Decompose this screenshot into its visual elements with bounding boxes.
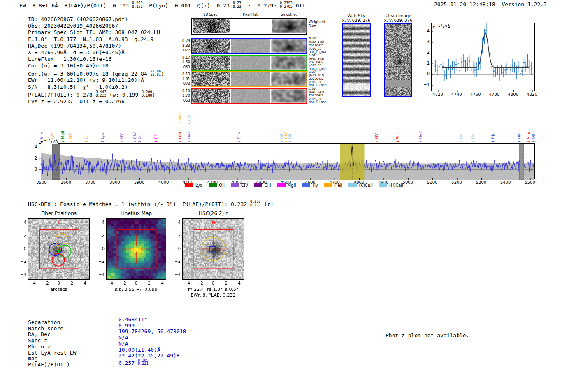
line-label: { SiII (395, 105, 400, 143)
row-2dspec-image (192, 56, 230, 70)
line-label: { SiIV (236, 105, 242, 143)
cutout-ytick: 0 (96, 246, 105, 251)
cutout-image-frame: NE (106, 218, 166, 280)
cutout-ytick: 0 (172, 246, 181, 251)
line-label-text: { SiII (137, 133, 142, 143)
line-label-text: { NV (374, 133, 379, 143)
row-left-label-line: 073 (180, 81, 190, 86)
text-segment: OII (293, 2, 305, 9)
legend-item: MgII (277, 183, 296, 188)
row-pixelflat-image (231, 39, 270, 53)
weighted-label-line: Sum (309, 24, 325, 28)
row-right-label-line: (639, 376) (309, 40, 326, 44)
stacked-lower: 0.221 (138, 362, 149, 366)
text-segment: F=1.8" T=0.177 N=1.03 A=0.93 g=24.9 (28, 36, 153, 42)
ytick-label: 4 (422, 29, 430, 33)
full-spectrum-svg (39, 144, 535, 180)
row-right-labels: 1.03"(641, 543)20230422v019_03308_LU_060 (309, 54, 326, 71)
superscript: −17 (43, 139, 50, 142)
withsky-image-frame (342, 23, 371, 97)
info-line: λ = 4769.96Å σ = 3.06(±0.45)Å (28, 49, 164, 56)
legend-label: (K)CaII (359, 183, 372, 188)
cutout-xtick: −4 (26, 281, 39, 285)
north-marker: N (135, 220, 138, 225)
row-right-labels: 1.39"(641, 542)20230422v019_01308_LU_060 (309, 87, 326, 104)
line-label-text: { SiIV (526, 132, 531, 143)
info-line: Obs: 20230422v019_4026620867 (28, 23, 164, 29)
line-label-text: { CII (153, 134, 158, 143)
weighted-smoothed-image (272, 19, 307, 33)
stacked-fraction: 0.4470.212 (95, 90, 106, 97)
text-segment: (w: 0.199 (106, 91, 142, 97)
legend-swatch (185, 183, 193, 187)
cutout-title: Lineflux Map (106, 211, 166, 216)
row-right-label-line: (641, 543) (309, 57, 326, 60)
line-label-text: { OII (187, 115, 191, 124)
catalog-match-table: Separation0.468411"Match score0.999RA, D… (28, 317, 234, 370)
line-label-text: { OVI (178, 132, 182, 143)
info-line: EWr = 11.00(±2.10) (w: 9.10(±1.20))Å (28, 77, 164, 84)
cutout-title: Fiber Positions (28, 211, 90, 216)
cutout-xtick: 0 (130, 281, 142, 285)
version-label: Version 1.22.3 (502, 1, 547, 7)
line-label: { MgII (60, 105, 65, 143)
cutout-caption: EWr: 8, PLAE: 0.232 (174, 292, 252, 298)
row-right-labels: 0.49"(639, 376)20230422v019_02308_LU_041 (309, 37, 326, 54)
legend-label: MgII (288, 183, 296, 188)
stacked-fraction: 0.2530.217 (250, 200, 261, 207)
weighted-sum-row (191, 18, 307, 35)
emission-line-legend: LyαOIICIVCIIIMgIIHγHeII(K)CaII(H)CaII (185, 183, 403, 188)
cutout-ytick: −4 (172, 272, 181, 277)
row-left-label-line: 1.59 (180, 60, 190, 65)
info-line: LineFlux = 1.30(±0.16)e-16 (28, 56, 164, 63)
superscript: −17 (435, 24, 442, 28)
line-label: { Lyα (49, 105, 55, 143)
ytick-label: 2 (31, 156, 37, 160)
legend-label: (H)CaII (389, 183, 403, 188)
cutout-xtick: 2 (220, 281, 232, 285)
row-2dspec-image (192, 39, 230, 53)
table-row-value: 0.257 0.3050.221 (118, 359, 149, 366)
cutout-xtick: 2 (66, 281, 78, 285)
line-label: { SiIV (38, 105, 44, 143)
row-right-label-line: 1.22" (309, 70, 326, 74)
line-label: { OVI (177, 105, 183, 143)
xtick-label: 4780 (487, 92, 502, 97)
info-line: LyA z = 2.9237 OII z = 0.2796 (28, 98, 164, 105)
spacer (495, 1, 502, 7)
cutout-ytick: 2 (172, 233, 181, 238)
line-label-text: { Hγ (459, 134, 463, 143)
cutout-ytick: 0 (18, 246, 26, 251)
line-label-text: { HeII (187, 131, 191, 143)
ytick-label: 0 (422, 72, 430, 76)
stacked-lower: 0.212 (95, 94, 106, 97)
line-label: { SiII (83, 105, 89, 143)
row-left-label-line: 0.17 (180, 56, 190, 60)
text-segment: ) (152, 91, 156, 97)
stacked-lower: 22.81 (150, 73, 161, 77)
info-line: P(LAE)/P(OII): 0.278 0.4470.212 (w: 0.19… (28, 90, 164, 98)
cutout-overlay: NE (107, 219, 166, 280)
line-label-text: { MgII (60, 131, 65, 143)
line-label-text: { SiII (395, 133, 400, 143)
info-line: RA,Dec (199.784134,50.478107) (28, 43, 164, 49)
clean-spectrum-image (385, 24, 411, 96)
line-label: { NV (374, 105, 379, 143)
stacked-lower: 0.2795 (280, 5, 293, 9)
xtick-label: 5500 (523, 180, 537, 185)
elixer-report-page: { "palette":{ "value_blue":"#0000cd", "s… (0, 0, 576, 392)
spec2d-row (191, 55, 307, 71)
line-label: { CIV (132, 105, 137, 143)
line-label: { Lyα (99, 105, 105, 143)
xtick-label: 3600 (58, 180, 73, 185)
text-segment: EWr = 11.00(±2.10) (w: 9.10(±1.20))Å (28, 77, 144, 83)
xtick-label: 4000 (156, 180, 171, 185)
row-left-label-line: 072 (180, 48, 190, 53)
line-label-text: { Lyα (100, 132, 105, 143)
legend-label: HeII (334, 183, 343, 188)
info-line: ID: 4026620867 (4026620867.pdf) (28, 16, 164, 23)
north-marker: N (58, 220, 60, 225)
legend-swatch (254, 183, 262, 187)
line-label: { Hβ (490, 105, 495, 143)
legend-item: (H)CaII (379, 183, 403, 188)
